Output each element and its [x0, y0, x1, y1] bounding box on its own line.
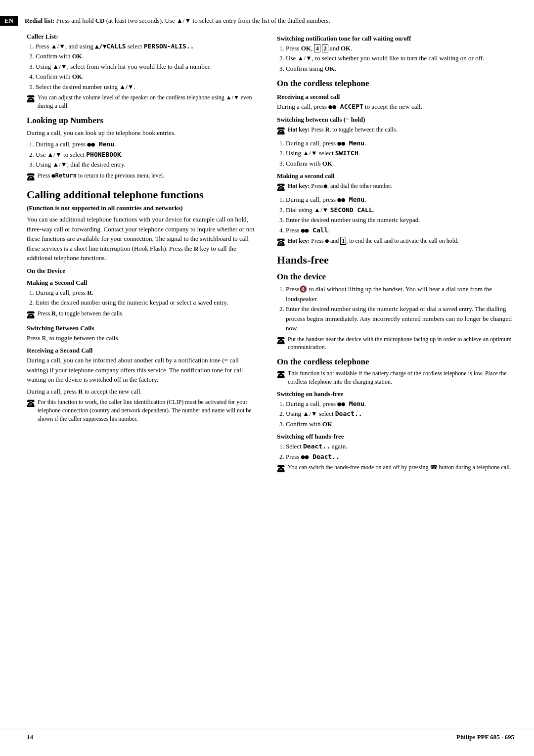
on-step-3: Confirm with OK. [286, 419, 514, 429]
switching-between-calls-heading: Switching Between Calls [27, 324, 257, 332]
on-cordless2-heading: On the cordless telephone [277, 356, 514, 367]
note-icon-hotkey-toggle: 🕿 [277, 126, 286, 136]
receiving-second-call-right-heading: Receiving a second call [277, 93, 514, 101]
switch-step-3: Confirm with OK. [286, 159, 514, 169]
caller-list-step-1: Press ▲/▼, and using ▲/▼CALLS select PER… [36, 42, 257, 51]
caller-list-step-2: Confirm with OK. [36, 51, 257, 61]
caller-list-step-4: Confirm with OK. [36, 72, 257, 82]
making-second-step-1: During a call, press R. [36, 288, 257, 298]
make-step-1: During a call, press ●● Menu. [286, 195, 514, 205]
caller-list-step-3: Using ▲/▼, select from which list you wo… [36, 62, 257, 72]
right-col: Switching notification tone for call wai… [267, 31, 534, 723]
note-icon-clip: 🕿 [27, 399, 36, 409]
top-text: Redial list: Press and hold CD (at least… [25, 15, 514, 28]
on-step-2: Using ▲/▼ select Deact.. [286, 409, 514, 419]
making-second-call-right-steps: During a call, press ●● Menu. Dial using… [286, 195, 514, 235]
calling-subheading: (Function is not supported in all countr… [27, 203, 257, 213]
receiving-second-call-text2: During a call, press R to accept the new… [27, 387, 257, 397]
note-text-hotkey-dial: Hot key: Press●, and dial the other numb… [288, 182, 393, 190]
on-step-1: During a call, press ●● Menu. [286, 399, 514, 409]
note-text-hotkey-end: Hot key: Press ● and 1, to end the call … [288, 237, 458, 245]
looking-up-steps: During a call, press ●● Menu. Use ▲/▼ to… [36, 139, 257, 170]
caller-list-label: Caller List: [27, 33, 257, 41]
note-text-handset: Put the handset near the device with the… [288, 335, 514, 352]
make-step-3: Enter the desired number using the numer… [286, 215, 514, 225]
note-clip: 🕿 For this function to work, the caller … [27, 398, 257, 423]
note-icon-toggle: 🕿 [27, 310, 36, 320]
switching-between-calls-text: Press R, to toggle between the calls. [27, 333, 257, 343]
note-icon-hotkey-dial: 🕿 [277, 182, 286, 193]
device-step-1: Press🔇 to dial without lifting up the ha… [286, 284, 514, 304]
receiving-second-call-heading: Receiving a Second Call [27, 347, 257, 355]
footer-brand: Philips PPF 685 · 695 [456, 733, 514, 741]
making-second-step-2: Enter the desired number using the numer… [36, 298, 257, 308]
making-second-call-heading: Making a Second Call [27, 279, 257, 287]
on-device-steps: Press🔇 to dial without lifting up the ha… [286, 284, 514, 333]
note-icon-hotkey-end: 🕿 [277, 237, 286, 248]
caller-list-step-5: Select the desired number using ▲/▼. [36, 82, 257, 92]
note-hotkey-toggle: 🕿 Hot key: Press R, to toggle between th… [277, 126, 514, 136]
page: EN Redial list: Press and hold CD (at le… [0, 0, 534, 756]
caller-list-steps: Press ▲/▼, and using ▲/▼CALLS select PER… [36, 42, 257, 92]
note-icon-speaker: 🕿 [27, 94, 36, 104]
note-text-battery: This function is not available if the ba… [288, 369, 514, 386]
off-step-1: Select Deact.. again. [286, 442, 514, 451]
note-hotkey-end: 🕿 Hot key: Press ● and 1, to end the cal… [277, 237, 514, 248]
device-step-2: Enter the desired number using the numer… [286, 304, 514, 333]
hands-free-heading: Hands-free [277, 254, 514, 267]
switching-off-hands-free-heading: Switching off hands-free [277, 433, 514, 441]
note-hotkey-dial: 🕿 Hot key: Press●, and dial the other nu… [277, 182, 514, 193]
looking-up-intro: During a call, you can look up the telep… [27, 128, 257, 138]
note-icon-switch-mode: 🕿 [277, 464, 286, 474]
switching-between-calls-right-steps: During a call, press ●● Menu. Using ▲/▼ … [286, 138, 514, 169]
note-text-speaker: You can adjust the volume level of the s… [38, 93, 257, 110]
making-second-call-steps: During a call, press R. Enter the desire… [36, 288, 257, 308]
looking-up-step-2: Use ▲/▼ to select PHONEBOOK. [36, 150, 257, 160]
on-cordless-heading: On the cordless telephone [277, 78, 514, 89]
switching-off-steps: Select Deact.. again. Press ●● Deact.. [286, 442, 514, 461]
switch-step-1: During a call, press ●● Menu. [286, 138, 514, 148]
note-text-return: Press ●Return to return to the previous … [38, 172, 164, 180]
en-badge: EN [0, 16, 18, 26]
on-device-right-heading: On the device [277, 271, 514, 282]
make-step-2: Dial using ▲/▼ SECOND CALL. [286, 205, 514, 215]
note-handset: 🕿 Put the handset near the device with t… [277, 335, 514, 352]
note-switch-mode: 🕿 You can switch the hands-free mode on … [277, 463, 514, 474]
note-text-clip: For this function to work, the caller li… [38, 398, 257, 423]
notif-step-3: Confirm using OK. [286, 64, 514, 74]
off-step-2: Press ●● Deact.. [286, 452, 514, 462]
note-return: 🕿 Press ●Return to return to the previou… [27, 172, 257, 182]
note-icon-handset: 🕿 [277, 336, 286, 346]
top-bar: EN Redial list: Press and hold CD (at le… [0, 15, 534, 28]
switching-notif-heading: Switching notification tone for call wai… [277, 35, 514, 43]
note-toggle: 🕿 Press R, to toggle between the calls. [27, 310, 257, 320]
make-step-4: Press ●● Call. [286, 225, 514, 235]
note-text-toggle: Press R, to toggle between the calls. [38, 310, 124, 318]
page-footer: 14 Philips PPF 685 · 695 [0, 728, 534, 741]
note-icon-return: 🕿 [27, 172, 36, 182]
footer-page-number: 14 [27, 733, 33, 741]
note-speaker: 🕿 You can adjust the volume level of the… [27, 93, 257, 110]
note-text-switch-mode: You can switch the hands-free mode on an… [288, 463, 511, 472]
receiving-second-call-right-text: During a call, press ●● ACCEPT to accept… [277, 102, 514, 112]
calling-intro: You can use additional telephone functio… [27, 215, 257, 263]
receiving-second-call-text: During a call, you can be informed about… [27, 356, 257, 385]
notif-step-1: Press OK, 4 2 and OK. [286, 44, 514, 53]
looking-up-step-3: Using ▲/▼, dial the desired entry. [36, 160, 257, 170]
on-device-heading: On the Device [27, 267, 257, 275]
making-second-call-right-heading: Making a second call [277, 172, 514, 180]
switch-step-2: Using ▲/▼ select SWITCH. [286, 148, 514, 158]
switching-on-hands-free-heading: Switching on hands-free [277, 390, 514, 398]
note-text-hotkey-toggle: Hot key: Press R, to toggle between the … [288, 126, 397, 134]
note-icon-battery: 🕿 [277, 370, 286, 380]
notif-step-2: Use ▲/▼, to select whether you would lik… [286, 53, 514, 63]
note-battery: 🕿 This function is not available if the … [277, 369, 514, 386]
switching-notif-steps: Press OK, 4 2 and OK. Use ▲/▼, to select… [286, 44, 514, 74]
looking-up-step-1: During a call, press ●● Menu. [36, 139, 257, 149]
looking-up-heading: Looking up Numbers [27, 115, 257, 126]
switching-between-calls-right-heading: Switching between calls (= hold) [277, 116, 514, 124]
switching-on-steps: During a call, press ●● Menu. Using ▲/▼ … [286, 399, 514, 429]
two-col: Caller List: Press ▲/▼, and using ▲/▼CAL… [0, 31, 534, 723]
left-col: Caller List: Press ▲/▼, and using ▲/▼CAL… [0, 31, 267, 723]
calling-heading: Calling additional telephone func­tions [27, 188, 257, 201]
